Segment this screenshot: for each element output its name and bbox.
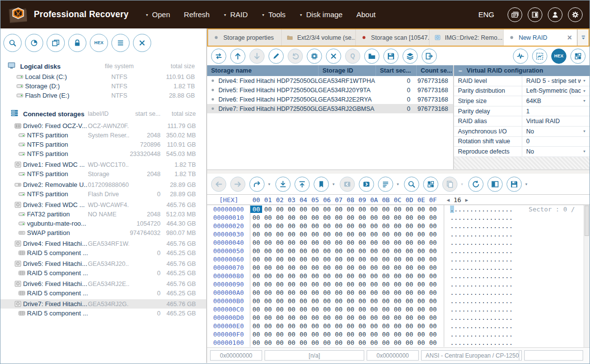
- config-value[interactable]: Left-Symmetric (backwa: [522, 86, 581, 96]
- ascii-char[interactable]: .: [489, 289, 493, 296]
- tab-ext2-3-4-volume-se[interactable]: Ext2/3/4 volume (se...: [282, 29, 355, 46]
- ascii-char[interactable]: .: [509, 322, 513, 330]
- hex-byte[interactable]: 00: [309, 206, 321, 213]
- ascii-char[interactable]: .: [509, 272, 513, 280]
- ascii-char[interactable]: .: [470, 339, 474, 346]
- chevron-down-icon[interactable]: ▼: [583, 79, 586, 82]
- ascii-char[interactable]: .: [466, 281, 470, 288]
- ascii-char[interactable]: .: [482, 231, 485, 238]
- ascii-char[interactable]: .: [470, 281, 474, 288]
- hex-byte[interactable]: 00: [380, 272, 392, 280]
- hex-byte[interactable]: 00: [368, 314, 380, 321]
- logical-disk-row[interactable]: Flash Drive (E:)NTFS28.88 GB: [0, 91, 206, 100]
- hex-byte[interactable]: 00: [286, 264, 297, 271]
- tab-img-drive2-remo[interactable]: IMG::Drive2: Remo...: [429, 29, 503, 46]
- hex-byte[interactable]: 00: [309, 306, 321, 313]
- hex-byte[interactable]: 00: [415, 289, 427, 296]
- ascii-char[interactable]: .: [489, 297, 493, 305]
- hex-byte[interactable]: 00: [274, 214, 286, 221]
- ascii-char[interactable]: .: [458, 256, 462, 263]
- goto-offset-button[interactable]: [249, 177, 265, 192]
- hex-byte[interactable]: 00: [345, 281, 356, 288]
- hex-byte[interactable]: 00: [368, 272, 380, 280]
- hex-byte[interactable]: 00: [250, 264, 262, 271]
- ascii-char[interactable]: .: [509, 206, 513, 213]
- hex-byte[interactable]: 00: [321, 222, 333, 230]
- hex-byte[interactable]: 00: [368, 247, 380, 255]
- ascii-char[interactable]: .: [462, 297, 466, 305]
- ascii-char[interactable]: .: [454, 331, 458, 338]
- ascii-char[interactable]: .: [458, 314, 462, 321]
- hex-byte[interactable]: 00: [356, 314, 368, 321]
- ascii-char[interactable]: .: [505, 272, 509, 280]
- storage-tree-row[interactable]: FAT32 partitionNO NAME2048512.03 MB: [0, 209, 206, 219]
- ascii-char[interactable]: .: [470, 206, 474, 213]
- hex-byte[interactable]: 00: [345, 289, 356, 296]
- save-raid-button[interactable]: [383, 49, 399, 64]
- hex-byte[interactable]: 00: [333, 339, 345, 346]
- hex-byte[interactable]: 00: [297, 214, 309, 221]
- storage-tree-row[interactable]: Drive1: Fixed WDC ...WD-WCC1T0...1.82 TB: [0, 160, 206, 169]
- ascii-char[interactable]: .: [466, 289, 470, 296]
- ascii-char[interactable]: .: [501, 331, 505, 338]
- ascii-char[interactable]: .: [489, 264, 493, 271]
- hex-byte[interactable]: 00: [297, 331, 309, 338]
- ascii-char[interactable]: .: [474, 281, 478, 288]
- hex-byte[interactable]: 00: [262, 314, 274, 321]
- ascii-char[interactable]: .: [470, 222, 474, 230]
- ascii-char[interactable]: .: [509, 331, 513, 338]
- hex-byte[interactable]: 00: [380, 297, 392, 305]
- hex-byte[interactable]: 00: [321, 239, 333, 246]
- move-up-button[interactable]: [230, 49, 245, 64]
- ascii-char[interactable]: .: [450, 297, 454, 305]
- find-button[interactable]: [404, 177, 419, 192]
- decrease-columns-button[interactable]: ◀: [447, 197, 450, 203]
- hex-byte[interactable]: 00: [415, 247, 427, 255]
- hex-byte[interactable]: 00: [333, 206, 345, 213]
- hex-byte[interactable]: 00: [392, 306, 403, 313]
- table-row[interactable]: Drive7: Fixed Hitachi HDP725050GLA36...G…: [207, 104, 453, 113]
- hex-byte[interactable]: 00: [297, 264, 309, 271]
- hex-byte[interactable]: 00: [309, 297, 321, 305]
- edit-raid-button[interactable]: [268, 49, 284, 64]
- hex-byte[interactable]: 00: [392, 247, 403, 255]
- hex-byte[interactable]: 00: [380, 306, 392, 313]
- hex-byte[interactable]: 00: [262, 256, 274, 263]
- storage-tree-row[interactable]: RAID 5 component ...0465.25 GB: [0, 268, 206, 278]
- raid-config-row[interactable]: Stripe size64KB▼: [454, 96, 590, 106]
- ascii-char[interactable]: .: [466, 339, 470, 346]
- hex-byte[interactable]: 00: [392, 331, 403, 338]
- menu-disk-image[interactable]: ▼Disk image: [299, 10, 343, 19]
- hex-byte[interactable]: 00: [286, 247, 297, 255]
- ascii-char[interactable]: .: [509, 239, 513, 246]
- ascii-char[interactable]: .: [474, 247, 478, 255]
- increase-columns-button[interactable]: ▶: [465, 197, 468, 203]
- hex-byte[interactable]: 00: [380, 206, 392, 213]
- ascii-char[interactable]: .: [454, 322, 458, 330]
- remove-storage-button[interactable]: [326, 49, 341, 64]
- bookmark-button[interactable]: [314, 177, 329, 192]
- ascii-char[interactable]: .: [462, 231, 466, 238]
- ascii-char[interactable]: .: [482, 314, 485, 321]
- ascii-char[interactable]: .: [493, 297, 497, 305]
- hex-byte[interactable]: 00: [309, 331, 321, 338]
- hex-byte[interactable]: 00: [250, 281, 262, 288]
- storage-tree-row[interactable]: NTFS partitionFlash Drive028.89 GB: [0, 189, 206, 199]
- hex-byte[interactable]: 00: [427, 297, 439, 305]
- data-inspector-button[interactable]: [423, 177, 438, 192]
- ascii-char[interactable]: .: [482, 339, 485, 346]
- ascii-char[interactable]: .: [493, 272, 497, 280]
- ascii-char[interactable]: .: [493, 289, 497, 296]
- hex-byte[interactable]: 00: [321, 289, 333, 296]
- ascii-char[interactable]: .: [450, 231, 454, 238]
- ascii-char[interactable]: .: [470, 239, 474, 246]
- ascii-char[interactable]: .: [478, 339, 482, 346]
- hex-byte[interactable]: 00: [297, 339, 309, 346]
- storage-tree-row[interactable]: Drive7: Fixed Hitachi...GEA534RJ2G...465…: [0, 299, 206, 309]
- column-header-start-sec[interactable]: Start sec...: [375, 65, 416, 76]
- hex-byte[interactable]: 00: [250, 272, 262, 280]
- ascii-char[interactable]: .: [466, 322, 470, 330]
- hex-byte[interactable]: 00: [345, 264, 356, 271]
- ascii-char[interactable]: .: [493, 256, 497, 263]
- hex-view-button[interactable]: HEX: [551, 49, 566, 64]
